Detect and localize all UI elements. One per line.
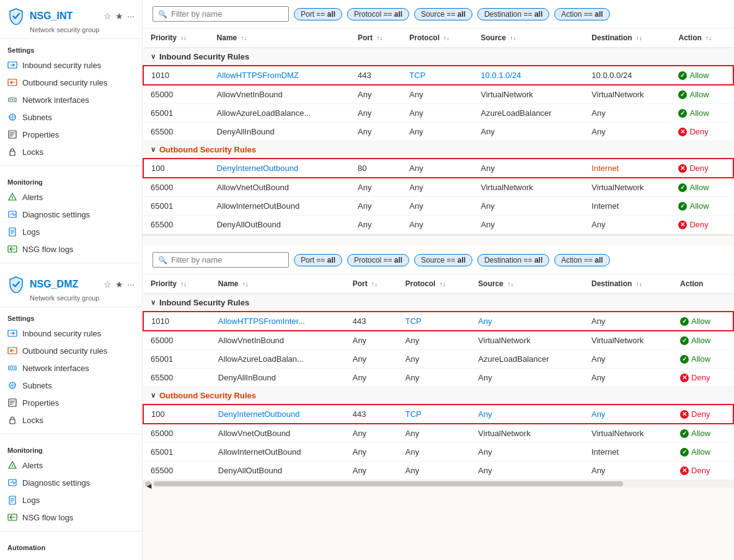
nsg-int-search-field[interactable] xyxy=(171,9,283,19)
alerts-label2: Alerts xyxy=(22,461,43,470)
horizontal-scrollbar[interactable]: ◄ xyxy=(143,480,734,488)
dmz-col-action[interactable]: Action xyxy=(673,274,733,294)
dmz-outbound-chevron-icon[interactable]: ∨ xyxy=(151,392,156,400)
sidebar-item-diagnostic-settings[interactable]: Diagnostic settings xyxy=(0,206,142,223)
table-row[interactable]: 100 DenyInternetOutbound 80 Any Any Inte… xyxy=(143,159,733,178)
dmz-destination-filter-chip[interactable]: Destination == all xyxy=(477,254,549,266)
sidebar-item-subnets[interactable]: Subnets xyxy=(0,108,142,126)
sidebar-item-network-interfaces2[interactable]: Network interfaces xyxy=(0,359,142,377)
table-row[interactable]: 65001 AllowAzureLoadBalan... Any Any Azu… xyxy=(143,350,733,369)
sidebar-item-locks[interactable]: Locks xyxy=(0,143,142,160)
dmz-col-protocol[interactable]: Protocol ↑↓ xyxy=(398,274,471,294)
nsg-int-rules-table: Priority ↑↓ Name ↑↓ Port ↑↓ Protocol ↑↓ … xyxy=(143,28,734,234)
cell-action: ✓Allow xyxy=(673,331,733,350)
nsg-dmz-more-icon[interactable]: ··· xyxy=(127,279,135,289)
col-action[interactable]: Action ↑↓ xyxy=(671,28,733,48)
outbound-chevron-icon[interactable]: ∨ xyxy=(151,146,156,154)
nsg-dmz-filter-input[interactable]: 🔍 xyxy=(153,252,289,268)
action-filter-chip[interactable]: Action == all xyxy=(554,8,609,20)
cell-port: Any xyxy=(345,424,398,443)
dmz-col-port[interactable]: Port ↑↓ xyxy=(345,274,398,294)
col-port[interactable]: Port ↑↓ xyxy=(350,28,402,48)
sidebar-item-outbound-rules[interactable]: Outbound security rules xyxy=(0,74,142,91)
sidebar-item-logs2[interactable]: Logs xyxy=(0,491,142,509)
favorite-icon[interactable]: ☆ xyxy=(104,11,112,21)
port-filter-chip[interactable]: Port == all xyxy=(294,8,342,20)
nic-icon xyxy=(7,95,17,105)
dmz-col-destination[interactable]: Destination ↑↓ xyxy=(584,274,673,294)
col-destination[interactable]: Destination ↑↓ xyxy=(584,28,671,48)
dmz-port-filter-chip[interactable]: Port == all xyxy=(294,254,342,266)
sidebar-item-network-interfaces[interactable]: Network interfaces xyxy=(0,91,142,108)
table-row[interactable]: 65500 DenyAllOutBound Any Any Any Any ✕D… xyxy=(143,462,733,480)
cell-action: ✕Deny xyxy=(673,369,733,387)
scroll-left-button[interactable]: ◄ xyxy=(145,481,151,486)
dmz-protocol-filter-chip[interactable]: Protocol == all xyxy=(347,254,409,266)
cell-name: DenyAllOutBound xyxy=(210,216,350,234)
subnets-label2: Subnets xyxy=(22,381,52,390)
sidebar-item-nsg-flow-logs[interactable]: NSG flow logs xyxy=(0,240,142,258)
nsg-dmz-subtitle: Network security group xyxy=(7,294,135,302)
dmz-col-priority[interactable]: Priority ↑↓ xyxy=(143,274,211,294)
sidebar-item-diagnostic-settings2[interactable]: Diagnostic settings xyxy=(0,474,142,491)
sidebar-item-properties[interactable]: Properties xyxy=(0,126,142,143)
source-filter-chip[interactable]: Source == all xyxy=(414,8,472,20)
nsg-dmz-rules-table: Priority ↑↓ Name ↑↓ Port ↑↓ Protocol ↑↓ … xyxy=(143,274,734,480)
sidebar-item-locks2[interactable]: Locks xyxy=(0,411,142,429)
nsg-dmz-favorite-icon[interactable]: ☆ xyxy=(104,279,112,289)
sidebar-item-nsg-flow-logs2[interactable]: NSG flow logs xyxy=(0,509,142,526)
sidebar-item-properties2[interactable]: Properties xyxy=(0,394,142,411)
cell-destination: 10.0.0.0/24 xyxy=(584,66,671,85)
cell-name: DenyInternetOutbound xyxy=(211,405,345,424)
dmz-source-filter-chip[interactable]: Source == all xyxy=(414,254,472,266)
rule-link[interactable]: DenyInternetOutbound xyxy=(218,409,300,419)
nsg-dmz-search-field[interactable] xyxy=(171,255,283,265)
dmz-inbound-chevron-icon[interactable]: ∨ xyxy=(151,299,156,307)
table-row[interactable]: 65000 AllowVnetOutBound Any Any VirtualN… xyxy=(143,424,733,443)
nsg-dmz-shield-icon xyxy=(7,276,25,293)
dmz-table-header-row: Priority ↑↓ Name ↑↓ Port ↑↓ Protocol ↑↓ … xyxy=(143,274,733,294)
table-row[interactable]: 65500 DenyAllOutBound Any Any Any Any ✕D… xyxy=(143,216,733,234)
more-icon[interactable]: ··· xyxy=(127,11,135,21)
sidebar-item-subnets2[interactable]: Subnets xyxy=(0,377,142,394)
scroll-thumb[interactable] xyxy=(154,481,623,486)
col-protocol[interactable]: Protocol ↑↓ xyxy=(402,28,473,48)
dmz-col-name[interactable]: Name ↑↓ xyxy=(211,274,345,294)
table-row[interactable]: 65001 AllowInternetOutBound Any Any Any … xyxy=(143,197,733,216)
table-row[interactable]: 65000 AllowVnetInBound Any Any VirtualNe… xyxy=(143,85,733,104)
dmz-col-source[interactable]: Source ↑↓ xyxy=(471,274,584,294)
cell-priority: 1010 xyxy=(143,312,211,331)
table-row[interactable]: 65001 AllowAzureLoadBalance... Any Any A… xyxy=(143,104,733,123)
sidebar-item-outbound-rules2[interactable]: Outbound security rules xyxy=(0,342,142,359)
table-row[interactable]: 1010 AllowHTTPSFromDMZ 443 TCP 10.0.1.0/… xyxy=(143,66,733,85)
dmz-action-filter-chip[interactable]: Action == all xyxy=(554,254,609,266)
col-name[interactable]: Name ↑↓ xyxy=(210,28,350,48)
cell-action: ✓Allow xyxy=(671,178,733,197)
sidebar-item-inbound-rules[interactable]: Inbound security rules xyxy=(0,56,142,74)
table-row[interactable]: 65001 AllowInternetOutBound Any Any Any … xyxy=(143,443,733,462)
sidebar-item-alerts[interactable]: Alerts xyxy=(0,188,142,206)
nsg-dmz-pin-icon[interactable]: ★ xyxy=(115,279,123,289)
cell-action: ✓Allow xyxy=(671,85,733,104)
nsg-int-filter-input[interactable]: 🔍 xyxy=(153,6,289,22)
col-priority[interactable]: Priority ↑↓ xyxy=(143,28,210,48)
table-row[interactable]: 65000 AllowVnetOutBound Any Any VirtualN… xyxy=(143,178,733,197)
sidebar-item-logs[interactable]: Logs xyxy=(0,223,142,240)
sidebar-item-inbound-rules2[interactable]: Inbound security rules xyxy=(0,325,142,342)
svg-point-5 xyxy=(14,99,15,100)
inbound-group-header: ∨ Inbound Security Rules xyxy=(143,48,733,66)
table-row[interactable]: 65000 AllowVnetInBound Any Any VirtualNe… xyxy=(143,331,733,350)
table-row[interactable]: 100 DenyInternetOutbound 443 TCP Any Any… xyxy=(143,405,733,424)
pin-icon[interactable]: ★ xyxy=(115,11,123,21)
col-source[interactable]: Source ↑↓ xyxy=(473,28,584,48)
table-row[interactable]: 65500 DenyAllInBound Any Any Any Any ✕De… xyxy=(143,123,733,141)
rule-link[interactable]: AllowHTTPSFromDMZ xyxy=(217,71,299,80)
rule-link[interactable]: AllowHTTPSFromInter... xyxy=(218,317,305,326)
protocol-filter-chip[interactable]: Protocol == all xyxy=(347,8,409,20)
rule-link[interactable]: DenyInternetOutbound xyxy=(217,164,299,173)
sidebar-item-alerts2[interactable]: Alerts xyxy=(0,457,142,474)
destination-filter-chip[interactable]: Destination == all xyxy=(477,8,549,20)
table-row[interactable]: 65500 DenyAllInBound Any Any Any Any ✕De… xyxy=(143,369,733,387)
inbound-chevron-icon[interactable]: ∨ xyxy=(151,53,156,61)
table-row[interactable]: 1010 AllowHTTPSFromInter... 443 TCP Any … xyxy=(143,312,733,331)
